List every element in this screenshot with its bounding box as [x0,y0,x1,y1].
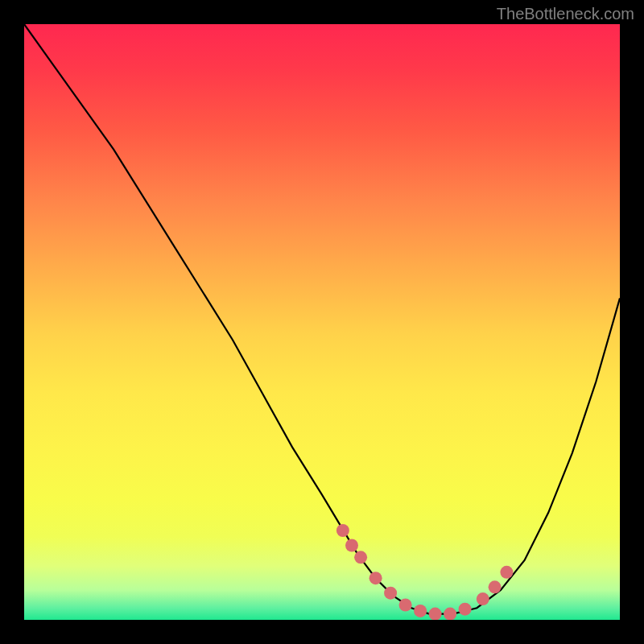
bottleneck-curve [24,24,620,614]
highlight-dot [354,551,367,564]
watermark-text: TheBottleneck.com [497,5,634,23]
highlight-dot [500,566,513,579]
highlight-dot [459,603,472,616]
chart-plot-area [24,24,620,620]
highlight-dot [489,580,502,593]
highlight-dot [399,599,412,612]
highlight-dot [414,605,427,617]
highlight-dot [384,587,397,600]
highlight-dot [336,524,349,537]
highlight-dot [477,592,489,605]
highlight-dot [369,572,382,584]
highlight-dot [429,608,442,620]
highlight-dots [336,524,514,620]
highlight-dot [444,608,456,620]
highlight-dot [345,539,358,552]
chart-svg [24,24,620,620]
